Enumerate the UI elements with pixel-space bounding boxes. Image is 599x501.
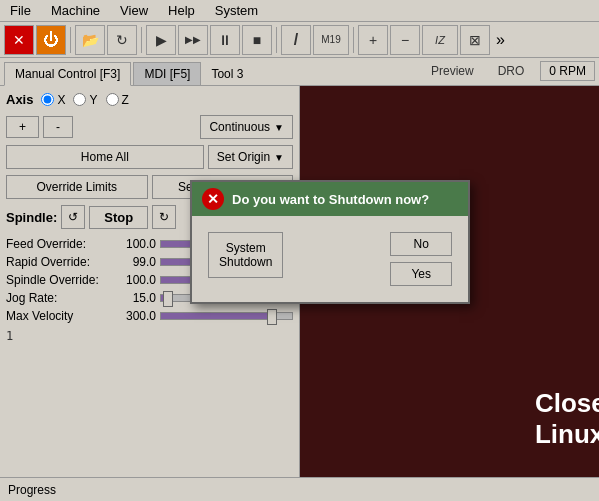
dialog-buttons: SystemShutdown No Yes <box>208 232 452 286</box>
system-shutdown-btn[interactable]: SystemShutdown <box>208 232 283 278</box>
dialog-no-btn[interactable]: No <box>390 232 452 256</box>
dialog-title: Do you want to Shutdown now? <box>232 192 429 207</box>
dialog-yes-btn[interactable]: Yes <box>390 262 452 286</box>
dialog-yes-no: No Yes <box>390 232 452 286</box>
dialog-error-icon: ✕ <box>202 188 224 210</box>
dialog-icon-symbol: ✕ <box>207 191 219 207</box>
dialog-header: ✕ Do you want to Shutdown now? <box>192 182 468 216</box>
shutdown-dialog: ✕ Do you want to Shutdown now? SystemShu… <box>190 180 470 304</box>
dialog-body: SystemShutdown No Yes <box>192 216 468 302</box>
dialog-backdrop: ✕ Do you want to Shutdown now? SystemShu… <box>0 0 599 501</box>
